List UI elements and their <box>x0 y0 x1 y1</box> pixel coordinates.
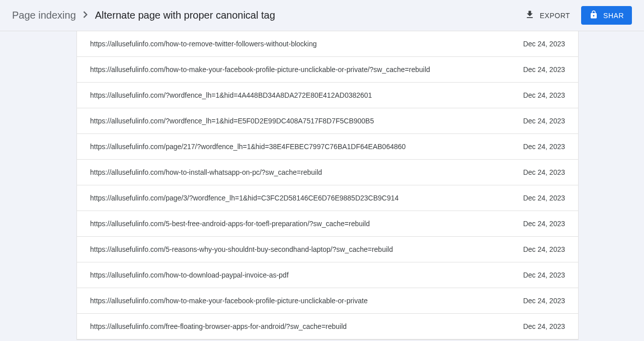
share-button[interactable]: SHAR <box>581 6 632 25</box>
url-cell: https://allusefulinfo.com/?wordfence_lh=… <box>90 91 523 99</box>
breadcrumb-current: Alternate page with proper canonical tag <box>95 10 275 21</box>
date-cell: Dec 24, 2023 <box>523 220 565 228</box>
table-row[interactable]: https://allusefulinfo.com/5-best-free-an… <box>77 211 578 237</box>
share-label: SHAR <box>603 12 624 20</box>
export-label: EXPORT <box>540 12 570 20</box>
url-cell: https://allusefulinfo.com/free-floating-… <box>90 322 523 330</box>
table-row[interactable]: https://allusefulinfo.com/page/3/?wordfe… <box>77 185 578 211</box>
url-cell: https://allusefulinfo.com/how-to-install… <box>90 168 523 176</box>
table-row[interactable]: https://allusefulinfo.com/?wordfence_lh=… <box>77 83 578 108</box>
url-cell: https://allusefulinfo.com/how-to-downloa… <box>90 271 523 279</box>
date-cell: Dec 24, 2023 <box>523 143 565 151</box>
page-header: Page indexing Alternate page with proper… <box>0 0 644 31</box>
url-cell: https://allusefulinfo.com/how-to-make-yo… <box>90 65 523 74</box>
table-row[interactable]: https://allusefulinfo.com/how-to-downloa… <box>77 262 578 288</box>
url-cell: https://allusefulinfo.com/page/217/?word… <box>90 143 523 151</box>
breadcrumb-parent[interactable]: Page indexing <box>12 10 76 21</box>
table-row[interactable]: https://allusefulinfo.com/how-to-make-yo… <box>77 57 578 83</box>
url-cell: https://allusefulinfo.com/5-best-free-an… <box>90 220 523 228</box>
table-row[interactable]: https://allusefulinfo.com/how-to-remove-… <box>77 31 578 57</box>
breadcrumb: Page indexing Alternate page with proper… <box>12 10 275 21</box>
date-cell: Dec 24, 2023 <box>523 245 565 253</box>
url-cell: https://allusefulinfo.com/5-reasons-why-… <box>90 245 523 253</box>
url-cell: https://allusefulinfo.com/page/3/?wordfe… <box>90 194 523 202</box>
date-cell: Dec 24, 2023 <box>523 271 565 279</box>
url-cell: https://allusefulinfo.com/how-to-make-yo… <box>90 297 523 305</box>
url-cell: https://allusefulinfo.com/?wordfence_lh=… <box>90 117 523 125</box>
date-cell: Dec 24, 2023 <box>523 297 565 305</box>
table-row[interactable]: https://allusefulinfo.com/how-to-install… <box>77 160 578 185</box>
date-cell: Dec 24, 2023 <box>523 168 565 176</box>
header-actions: EXPORT SHAR <box>523 6 632 25</box>
url-table: https://allusefulinfo.com/how-to-remove-… <box>76 31 579 340</box>
date-cell: Dec 24, 2023 <box>523 322 565 330</box>
url-cell: https://allusefulinfo.com/how-to-remove-… <box>90 40 523 48</box>
date-cell: Dec 24, 2023 <box>523 65 565 74</box>
lock-icon <box>589 10 598 21</box>
date-cell: Dec 24, 2023 <box>523 117 565 125</box>
table-row[interactable]: https://allusefulinfo.com/how-to-make-yo… <box>77 288 578 314</box>
chevron-right-icon <box>83 10 88 21</box>
date-cell: Dec 24, 2023 <box>523 91 565 99</box>
content-area: https://allusefulinfo.com/how-to-remove-… <box>0 31 644 340</box>
table-row[interactable]: https://allusefulinfo.com/page/217/?word… <box>77 134 578 160</box>
table-row[interactable]: https://allusefulinfo.com/?wordfence_lh=… <box>77 108 578 134</box>
download-icon <box>525 10 535 21</box>
date-cell: Dec 24, 2023 <box>523 194 565 202</box>
export-button[interactable]: EXPORT <box>523 7 572 24</box>
date-cell: Dec 24, 2023 <box>523 40 565 48</box>
table-row[interactable]: https://allusefulinfo.com/5-reasons-why-… <box>77 237 578 262</box>
table-row[interactable]: https://allusefulinfo.com/free-floating-… <box>77 314 578 339</box>
